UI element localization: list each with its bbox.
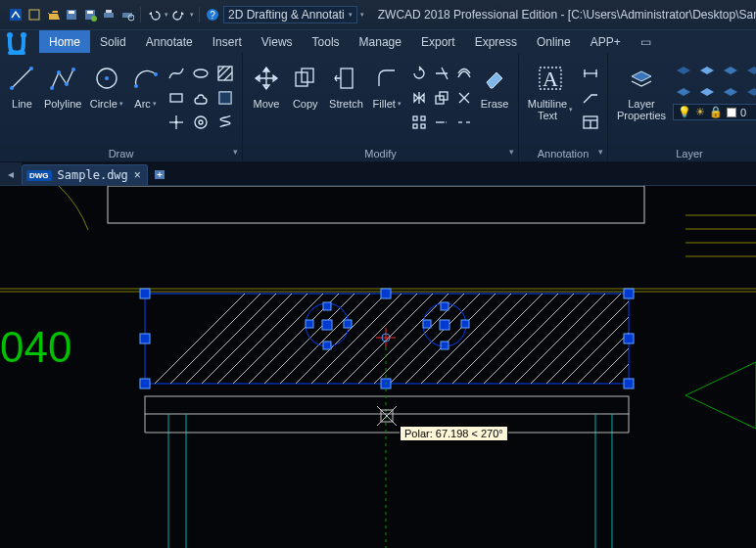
rotate-icon[interactable] bbox=[408, 63, 430, 84]
ellipse-icon[interactable] bbox=[190, 63, 212, 84]
copy-button[interactable]: Copy bbox=[288, 59, 323, 145]
plot-icon[interactable] bbox=[101, 7, 117, 23]
tab-views[interactable]: Views bbox=[252, 30, 303, 53]
drawing-canvas[interactable]: 040 bbox=[0, 186, 756, 548]
saveas-icon[interactable] bbox=[82, 7, 98, 23]
tab-annotate[interactable]: Annotate bbox=[136, 30, 203, 53]
tab-manage[interactable]: Manage bbox=[350, 30, 411, 53]
tab-export[interactable]: Export bbox=[411, 30, 465, 53]
layer-freeze-icon[interactable] bbox=[696, 61, 718, 80]
new-tab-button[interactable] bbox=[148, 162, 171, 185]
svg-rect-120 bbox=[461, 320, 469, 328]
document-tab[interactable]: DWG Sample.dwg × bbox=[22, 164, 148, 185]
ribbon-collapse-button[interactable]: ▭ bbox=[637, 30, 656, 53]
svg-rect-63 bbox=[108, 186, 644, 223]
close-tab-icon[interactable]: × bbox=[134, 168, 141, 182]
app-logo[interactable] bbox=[0, 27, 35, 63]
tab-scroll-left[interactable]: ◂ bbox=[0, 162, 22, 185]
tab-home[interactable]: Home bbox=[39, 30, 90, 53]
redo-icon[interactable] bbox=[171, 7, 187, 23]
svg-point-19 bbox=[57, 70, 61, 74]
svg-point-21 bbox=[71, 68, 75, 71]
undo-dropdown[interactable]: ▾ bbox=[165, 11, 168, 19]
move-button[interactable]: Move bbox=[249, 59, 284, 145]
svg-point-23 bbox=[105, 76, 109, 80]
break-icon[interactable] bbox=[453, 112, 475, 133]
circle-button[interactable]: Circle▾ bbox=[87, 59, 125, 145]
open-icon[interactable] bbox=[45, 7, 61, 23]
layer-isolate-icon[interactable] bbox=[743, 61, 756, 80]
svg-point-38 bbox=[199, 120, 203, 124]
workspace-dropdown[interactable]: 2D Drafting & Annotati ▾ bbox=[223, 6, 357, 23]
layer-lock-icon[interactable] bbox=[720, 61, 741, 80]
print-preview-icon[interactable] bbox=[119, 7, 135, 23]
stretch-icon bbox=[333, 65, 360, 92]
tab-express[interactable]: Express bbox=[465, 30, 527, 53]
stretch-button[interactable]: Stretch bbox=[327, 59, 366, 145]
revcloud-icon[interactable] bbox=[190, 87, 212, 109]
help-icon[interactable]: ? bbox=[205, 7, 220, 23]
qat-customize-dropdown[interactable]: ▾ bbox=[360, 11, 364, 19]
hatch-icon[interactable] bbox=[214, 63, 236, 84]
svg-rect-119 bbox=[423, 320, 431, 328]
mirror-icon[interactable] bbox=[408, 87, 430, 109]
rectangle-icon[interactable] bbox=[165, 87, 187, 109]
donut-icon[interactable] bbox=[190, 112, 212, 133]
layer-thaw-icon[interactable] bbox=[696, 82, 718, 102]
panel-modify: Move Copy Stretch Fillet▾ bbox=[243, 53, 519, 161]
svg-point-25 bbox=[154, 72, 158, 76]
leader-icon[interactable] bbox=[580, 87, 601, 109]
layer-properties-button[interactable]: Layer Properties bbox=[614, 59, 669, 145]
spline-icon[interactable] bbox=[165, 63, 187, 84]
helix-icon[interactable] bbox=[214, 112, 236, 133]
scale-icon[interactable] bbox=[431, 87, 452, 109]
current-layer-name: 0 bbox=[740, 107, 746, 118]
svg-rect-105 bbox=[140, 289, 150, 298]
svg-line-29 bbox=[218, 67, 224, 72]
svg-rect-121 bbox=[441, 302, 449, 310]
tab-online[interactable]: Online bbox=[527, 30, 581, 53]
array-icon[interactable] bbox=[408, 112, 430, 133]
svg-text:A: A bbox=[543, 67, 558, 91]
current-layer-dropdown[interactable]: 💡 ☀ 🔒 0 bbox=[673, 104, 756, 120]
new-icon[interactable] bbox=[26, 7, 42, 23]
svg-text:040: 040 bbox=[0, 323, 71, 371]
multiline-text-button[interactable]: A Multiline Text▾ bbox=[525, 59, 576, 145]
table-icon[interactable] bbox=[580, 112, 601, 133]
polyline-icon bbox=[49, 65, 76, 92]
trim-icon[interactable] bbox=[431, 63, 452, 84]
svg-point-26 bbox=[194, 69, 208, 77]
document-filename: Sample.dwg bbox=[58, 168, 128, 182]
svg-line-30 bbox=[224, 72, 232, 80]
line-button[interactable]: Line bbox=[6, 59, 38, 145]
fillet-icon bbox=[373, 65, 401, 92]
layer-off-icon[interactable] bbox=[673, 61, 694, 80]
layer-unisolate-icon[interactable] bbox=[743, 82, 756, 102]
ribbon-tabs: Home Solid Annotate Insert Views Tools M… bbox=[0, 29, 756, 53]
explode-icon[interactable] bbox=[453, 87, 475, 109]
erase-button[interactable]: Erase bbox=[477, 59, 512, 145]
layer-unlock-icon[interactable] bbox=[720, 82, 741, 102]
linear-dim-icon[interactable] bbox=[580, 63, 601, 84]
svg-line-71 bbox=[98, 284, 255, 440]
extend-icon[interactable] bbox=[431, 112, 452, 133]
region-icon[interactable] bbox=[214, 87, 236, 109]
layer-on-icon[interactable] bbox=[673, 82, 694, 102]
svg-rect-118 bbox=[323, 342, 331, 349]
arc-button[interactable]: Arc▾ bbox=[129, 59, 162, 145]
undo-icon[interactable] bbox=[146, 7, 162, 23]
tab-tools[interactable]: Tools bbox=[303, 30, 350, 53]
redo-dropdown[interactable]: ▾ bbox=[190, 11, 194, 19]
polyline-button[interactable]: Polyline bbox=[42, 59, 84, 145]
point-icon[interactable] bbox=[165, 112, 187, 133]
svg-point-17 bbox=[29, 67, 33, 70]
tab-insert[interactable]: Insert bbox=[203, 30, 252, 53]
save-icon[interactable] bbox=[64, 7, 79, 23]
offset-icon[interactable] bbox=[453, 63, 475, 84]
app-menu-button[interactable] bbox=[8, 7, 24, 23]
svg-rect-27 bbox=[218, 67, 232, 80]
tab-app[interactable]: APP+ bbox=[581, 30, 631, 53]
tab-solid[interactable]: Solid bbox=[90, 30, 136, 53]
svg-rect-31 bbox=[170, 94, 182, 102]
fillet-button[interactable]: Fillet▾ bbox=[369, 59, 404, 145]
